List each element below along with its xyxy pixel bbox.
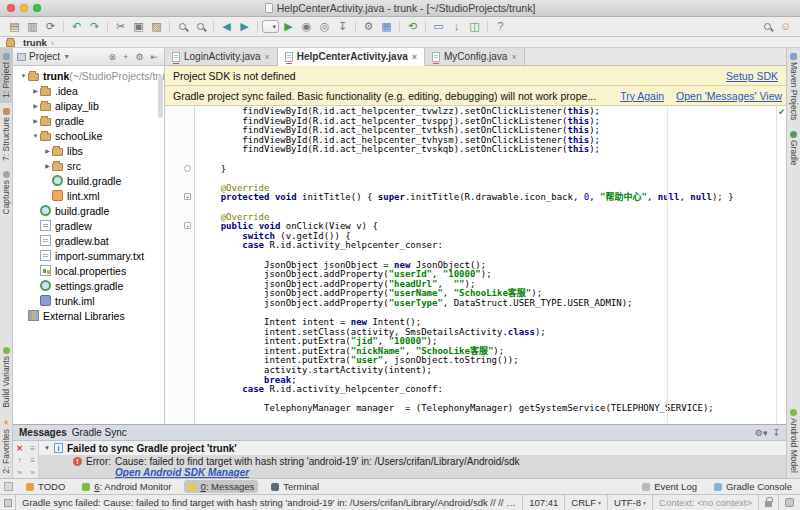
try-again-link[interactable]: Try Again <box>620 90 664 102</box>
tab-helpcenteractivity-java[interactable]: HelpCenterActivity.java× <box>278 48 425 66</box>
hide-panel-button[interactable]: ⇤ <box>148 52 160 62</box>
find-icon[interactable] <box>174 19 191 35</box>
tree-item-trunk[interactable]: ▼trunk (~/StudioProjects/trunk) <box>13 68 164 83</box>
minimize-window-button[interactable] <box>20 4 28 12</box>
toolwindow-button-terminal[interactable]: Terminal <box>267 480 323 493</box>
attach-debugger-icon[interactable]: ↧ <box>334 19 351 35</box>
cut-icon[interactable]: ✂ <box>112 19 129 35</box>
hector-icon[interactable] <box>778 495 800 510</box>
status-message[interactable]: Gradle sync failed: Cause: failed to fin… <box>16 497 522 508</box>
tree-item-build-gradle[interactable]: build.gradle <box>13 203 164 218</box>
tree-item-schoolike[interactable]: ▼schooLike <box>13 128 164 143</box>
zoom-window-button[interactable] <box>33 4 41 12</box>
scroll-to-source-button[interactable]: + <box>121 52 130 62</box>
tree-toggle-icon[interactable]: ▶ <box>43 147 52 154</box>
stripe-button-maven-projects[interactable]: Maven Projects <box>787 48 800 126</box>
more-icon[interactable]: » <box>30 468 34 477</box>
readonly-lock-icon[interactable] <box>758 495 778 510</box>
tab-close-icon[interactable]: × <box>265 52 270 62</box>
project-tree[interactable]: ▼trunk (~/StudioProjects/trunk)▶.idea▶al… <box>13 66 164 424</box>
toolwindow-button-event-log[interactable]: Event Log <box>638 480 701 493</box>
tab-close-icon[interactable]: × <box>511 52 516 62</box>
panel-settings-button[interactable]: ⚙ <box>133 52 145 62</box>
code-editor[interactable]: ++ findViewById(R.id.act_helpcenter_tvwl… <box>165 106 786 424</box>
redo-icon[interactable]: ↷ <box>86 19 103 35</box>
close-messages-button[interactable]: ✕ <box>16 444 23 453</box>
line-ending-selector[interactable]: CRLF▾ <box>564 495 607 510</box>
messages-hide-icon[interactable]: ↧ <box>772 428 780 438</box>
fold-marker[interactable] <box>184 165 191 172</box>
run-configurations-icon[interactable]: ▾ <box>262 19 279 35</box>
tree-item-settings-gradle[interactable]: settings.gradle <box>13 278 164 293</box>
tree-item-lint-xml[interactable]: lint.xml <box>13 188 164 203</box>
caret-position[interactable]: 107:41 <box>522 495 564 510</box>
project-view-selector[interactable]: Project <box>29 51 60 62</box>
tab-loginactivity-java[interactable]: LoginActivity.java× <box>165 48 278 65</box>
sync-project-icon[interactable]: ⟲ <box>404 19 421 35</box>
search-everywhere-icon[interactable] <box>759 19 776 35</box>
editor-gutter[interactable]: ++ <box>165 106 195 424</box>
tree-toggle-icon[interactable]: ▼ <box>19 73 28 79</box>
stripe-button-gradle[interactable]: Gradle <box>787 126 800 171</box>
tree-toggle-icon[interactable]: ▶ <box>31 102 40 109</box>
breadcrumb-item[interactable]: trunk <box>23 37 47 48</box>
expand-all-button[interactable]: ≡ <box>30 444 35 453</box>
settings-icon[interactable]: ⚙ <box>360 19 377 35</box>
collapse-all-button[interactable]: ≡ <box>30 456 35 465</box>
tree-item-trunk-iml[interactable]: trunk.iml <box>13 293 164 308</box>
synchronize-icon[interactable]: ⟳ <box>42 19 59 35</box>
avd-manager-icon[interactable]: ▭ <box>430 19 447 35</box>
stripe-button-build-variants[interactable]: Build Variants <box>0 342 12 413</box>
collapse-all-button[interactable]: ⊗ <box>107 52 119 62</box>
save-all-icon[interactable]: ▥ <box>24 19 41 35</box>
fold-marker[interactable]: + <box>184 222 191 229</box>
open-android-sdk-manager-link[interactable]: Open Android SDK Manager <box>115 467 520 478</box>
tree-toggle-icon[interactable]: ▶ <box>31 87 40 94</box>
tree-item-local-properties[interactable]: local.properties <box>13 263 164 278</box>
toolwindow-toggle-icon[interactable] <box>0 495 16 510</box>
toolwindow-button--messages[interactable]: 0: Messages <box>184 480 258 493</box>
tree-scrollbar[interactable] <box>158 76 163 118</box>
stripe-button-android-model[interactable]: Android Model <box>787 404 800 478</box>
tree-item-build-gradle[interactable]: build.gradle <box>13 173 164 188</box>
tree-item-import-summary-txt[interactable]: import-summary.txt <box>13 248 164 263</box>
help-icon[interactable]: ? <box>492 19 509 35</box>
tree-item-alipay-lib[interactable]: ▶alipay_lib <box>13 98 164 113</box>
back-icon[interactable]: ◀ <box>218 19 235 35</box>
stripe-button-7-structure[interactable]: 7: Structure <box>0 103 12 166</box>
sdk-manager-icon[interactable]: ↓ <box>448 19 465 35</box>
messages-settings-icon[interactable]: ⚙▾ <box>755 428 768 438</box>
tree-toggle-icon[interactable]: ▶ <box>31 117 40 124</box>
message-group-row[interactable]: ▼ i Failed to sync Gradle project 'trunk… <box>39 441 786 455</box>
paste-icon[interactable]: ▨ <box>148 19 165 35</box>
tree-item-external-libraries[interactable]: External Libraries <box>13 308 164 323</box>
coverage-icon[interactable]: ◎ <box>316 19 333 35</box>
debug-icon[interactable]: ◉ <box>298 19 315 35</box>
open-icon[interactable]: ▤ <box>6 19 23 35</box>
tree-item--idea[interactable]: ▶.idea <box>13 83 164 98</box>
stripe-button-2-favorites[interactable]: ★2: Favorites <box>0 413 12 478</box>
device-monitor-icon[interactable]: ◫ <box>466 19 483 35</box>
tree-item-gradlew-bat[interactable]: gradlew.bat <box>13 233 164 248</box>
previous-message-button[interactable]: ↑ <box>18 456 22 465</box>
user-icon[interactable]: ☺ <box>777 19 794 35</box>
toolwindow-button-todo[interactable]: TODO <box>22 480 69 493</box>
copy-icon[interactable]: ▣ <box>130 19 147 35</box>
stripe-button-captures[interactable]: Captures <box>0 166 12 220</box>
fold-marker[interactable]: + <box>184 193 191 200</box>
project-structure-icon[interactable]: ▦ <box>378 19 395 35</box>
tree-item-src[interactable]: ▶src <box>13 158 164 173</box>
tree-toggle-icon[interactable]: ▶ <box>43 162 52 169</box>
tab-close-icon[interactable]: × <box>412 52 417 62</box>
toolwindow-button--android-monitor[interactable]: 6: Android Monitor <box>78 480 175 493</box>
stripe-button-1-project[interactable]: 1: Project <box>0 48 12 103</box>
expand-triangle-icon[interactable]: ▼ <box>44 445 50 451</box>
message-error-row[interactable]: ! Error: Cause: failed to find target wi… <box>39 455 786 478</box>
more-icon[interactable]: » <box>17 468 21 477</box>
tree-item-libs[interactable]: ▶libs <box>13 143 164 158</box>
setup-sdk-link[interactable]: Setup SDK <box>726 70 778 82</box>
close-window-button[interactable] <box>7 4 15 12</box>
tree-item-gradlew[interactable]: gradlew <box>13 218 164 233</box>
open-messages-view-link[interactable]: Open 'Messages' View <box>676 90 782 102</box>
toolwindow-button-gradle-console[interactable]: Gradle Console <box>710 480 796 493</box>
